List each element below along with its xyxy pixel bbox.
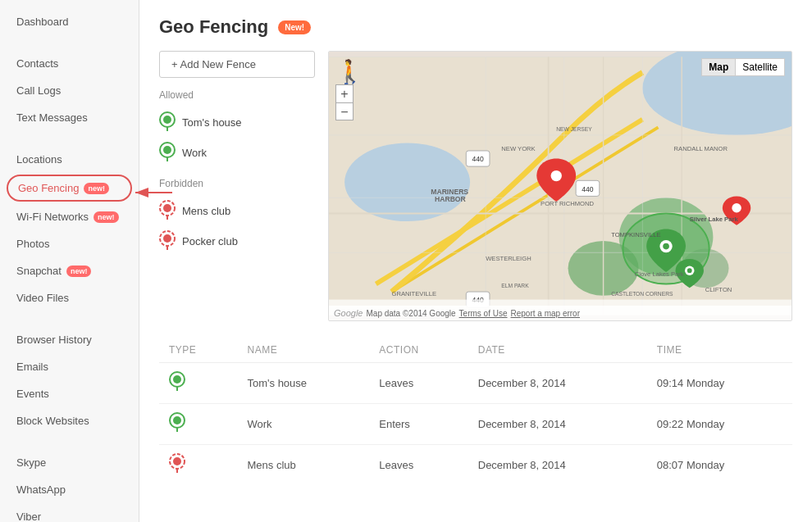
- map-background: 440 440 440 MARINERS HARBOR NEW YORK NEW…: [329, 52, 791, 320]
- time-3: 08:07 Monday: [647, 445, 792, 486]
- fence-item-pocker-club[interactable]: Pocker club: [159, 226, 315, 256]
- date-2: December 8, 2014: [468, 404, 647, 445]
- allowed-pin-icon-2: [159, 142, 176, 164]
- allowed-pin-icon: [159, 111, 176, 134]
- svg-text:WESTERLEIGH: WESTERLEIGH: [486, 255, 531, 262]
- col-time: TIME: [647, 338, 792, 363]
- map-button[interactable]: Map: [701, 58, 735, 76]
- map-footer: Google Map data ©2014 Google Terms of Us…: [329, 306, 791, 320]
- left-panel: + Add New Fence Allowed Tom's house: [159, 51, 315, 321]
- geo-fencing-badge: new!: [84, 183, 109, 194]
- sidebar-item-video-files[interactable]: Video Files: [0, 284, 139, 311]
- page-title: Geo Fencing: [159, 16, 268, 38]
- sidebar-item-contacts[interactable]: Contacts: [0, 50, 139, 77]
- time-1: 09:14 Monday: [647, 363, 792, 404]
- svg-text:HARBOR: HARBOR: [435, 195, 467, 203]
- forbidden-label: Forbidden: [159, 178, 315, 189]
- svg-point-41: [732, 203, 741, 212]
- svg-point-15: [344, 143, 470, 221]
- map-data-text: Map data ©2014 Google: [366, 309, 455, 318]
- svg-point-32: [551, 170, 562, 181]
- terms-link[interactable]: Terms of Use: [459, 309, 508, 318]
- sidebar-item-viber[interactable]: Viber: [0, 503, 139, 522]
- type-icon-3: [159, 445, 237, 486]
- table-row: Tom's house Leaves December 8, 2014 09:1…: [159, 363, 792, 404]
- svg-point-7: [163, 204, 171, 212]
- date-1: December 8, 2014: [468, 363, 647, 404]
- main-content: Geo Fencing New! + Add New Fence Allowed…: [139, 0, 812, 522]
- forbidden-section: Forbidden Mens club: [159, 178, 315, 256]
- add-fence-button[interactable]: + Add New Fence: [159, 51, 315, 78]
- svg-point-10: [163, 234, 171, 243]
- svg-text:CLIFTON: CLIFTON: [705, 286, 732, 293]
- svg-point-70: [173, 457, 181, 465]
- svg-text:Silver Lake Park: Silver Lake Park: [690, 216, 739, 223]
- page-header: Geo Fencing New!: [159, 16, 792, 38]
- table-row: Mens club Leaves December 8, 2014 08:07 …: [159, 445, 792, 486]
- sidebar-item-text-messages[interactable]: Text Messages: [0, 104, 139, 131]
- svg-point-36: [663, 243, 669, 250]
- fence-item-mens-club[interactable]: Mens club: [159, 196, 315, 226]
- type-icon-2: [159, 404, 237, 445]
- svg-text:CASTLETON CORNERS: CASTLETON CORNERS: [611, 291, 673, 297]
- sidebar-item-snapchat[interactable]: Snapchat new!: [0, 257, 139, 284]
- name-1: Tom's house: [237, 363, 369, 404]
- sidebar-item-geo-fencing[interactable]: Geo Fencing new!: [7, 175, 132, 202]
- col-type: TYPE: [159, 338, 237, 363]
- type-icon-1: [159, 363, 237, 404]
- report-link[interactable]: Report a map error: [511, 309, 580, 318]
- sidebar-item-whatsapp[interactable]: WhatsApp: [0, 476, 139, 503]
- top-section: + Add New Fence Allowed Tom's house: [159, 51, 792, 321]
- activity-table: TYPE NAME ACTION DATE TIME Tom's house L…: [159, 338, 792, 485]
- sidebar-item-block-websites[interactable]: Block Websites: [0, 407, 139, 434]
- svg-text:ELM PARK: ELM PARK: [501, 283, 529, 288]
- svg-point-67: [173, 416, 181, 424]
- svg-text:440: 440: [582, 185, 594, 193]
- col-action: ACTION: [369, 338, 468, 363]
- map-controls: Map Satellite: [701, 58, 785, 76]
- forbidden-pin-icon-2: [159, 230, 176, 252]
- person-icon: 🚶: [335, 58, 364, 85]
- name-3: Mens club: [237, 445, 369, 486]
- action-3: Leaves: [369, 445, 468, 486]
- sidebar-item-events[interactable]: Events: [0, 380, 139, 407]
- fence-item-work[interactable]: Work: [159, 138, 315, 168]
- sidebar-item-call-logs[interactable]: Call Logs: [0, 77, 139, 104]
- google-logo: Google: [334, 308, 363, 318]
- svg-text:PORT RICHMOND: PORT RICHMOND: [541, 200, 594, 207]
- map-container: 440 440 440 MARINERS HARBOR NEW YORK NEW…: [328, 51, 792, 321]
- svg-point-1: [163, 116, 171, 124]
- svg-text:GRANITEVILLE: GRANITEVILLE: [391, 290, 436, 297]
- sidebar-item-browser-history[interactable]: Browser History: [0, 326, 139, 353]
- wifi-badge: new!: [94, 211, 119, 223]
- sidebar-item-emails[interactable]: Emails: [0, 353, 139, 380]
- col-name: NAME: [237, 338, 369, 363]
- time-2: 09:22 Monday: [647, 404, 792, 445]
- svg-point-4: [163, 146, 171, 154]
- sidebar-item-skype[interactable]: Skype: [0, 449, 139, 476]
- zoom-out-button[interactable]: −: [335, 102, 354, 120]
- fence-item-toms-house[interactable]: Tom's house: [159, 107, 315, 138]
- name-2: Work: [237, 404, 369, 445]
- allowed-label: Allowed: [159, 89, 315, 101]
- action-2: Enters: [369, 404, 468, 445]
- action-1: Leaves: [369, 363, 468, 404]
- col-date: DATE: [468, 338, 647, 363]
- satellite-button[interactable]: Satellite: [735, 58, 785, 76]
- sidebar: Dashboard Contacts Call Logs Text Messag…: [0, 0, 139, 522]
- new-badge: New!: [278, 20, 311, 34]
- svg-text:RANDALL MANOR: RANDALL MANOR: [674, 145, 728, 152]
- sidebar-item-locations[interactable]: Locations: [0, 146, 139, 173]
- sidebar-item-wifi-networks[interactable]: Wi-Fi Networks new!: [0, 203, 139, 230]
- forbidden-pin-icon: [159, 200, 176, 222]
- zoom-in-button[interactable]: +: [335, 84, 354, 102]
- sidebar-item-photos[interactable]: Photos: [0, 230, 139, 257]
- svg-text:NEW JERSEY: NEW JERSEY: [556, 126, 592, 132]
- svg-text:Clove Lakes Park: Clove Lakes Park: [635, 270, 684, 278]
- svg-text:MARINERS: MARINERS: [431, 188, 468, 196]
- svg-point-39: [687, 268, 692, 273]
- snapchat-badge: new!: [66, 266, 92, 277]
- svg-text:440: 440: [472, 155, 484, 163]
- svg-text:TOMPKINSVILLE: TOMPKINSVILLE: [611, 231, 660, 238]
- sidebar-item-dashboard[interactable]: Dashboard: [0, 8, 139, 35]
